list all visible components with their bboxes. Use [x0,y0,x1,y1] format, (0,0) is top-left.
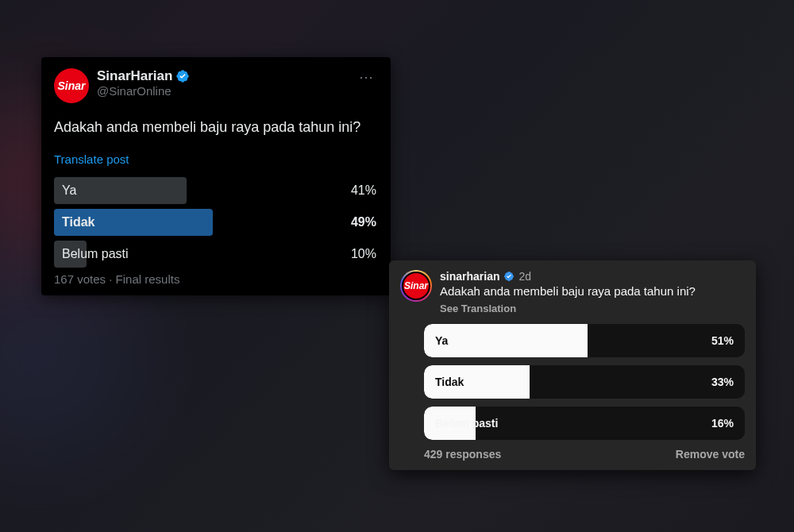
remove-vote-button[interactable]: Remove vote [676,448,745,461]
see-translation-link[interactable]: See Translation [440,303,745,314]
verified-badge-icon [503,271,515,282]
ig-timestamp: 2d [518,270,531,283]
x-poll-label: Ya [54,183,76,198]
translate-post-link[interactable]: Translate post [54,152,378,166]
ig-poll-bar [424,324,588,357]
x-poll-option[interactable]: Ya 41% [54,177,378,204]
x-poll-pct: 49% [351,215,378,229]
ig-story-ring-icon[interactable]: Sinar [400,270,432,302]
x-poll-option[interactable]: Tidak 49% [54,209,378,236]
ig-header: Sinar sinarharian 2d Adakah anda membeli… [400,270,745,314]
x-handle[interactable]: @SinarOnline [97,84,356,98]
x-poll: Ya 41% Tidak 49% Belum pasti 10% [54,177,378,268]
x-poll-option[interactable]: Belum pasti 10% [54,241,378,268]
x-post-card: Sinar SinarHarian @SinarOnline ⋯ Adakah … [41,57,391,295]
x-poll-meta: 167 votes · Final results [54,272,378,286]
ig-post-card: Sinar sinarharian 2d Adakah anda membeli… [389,260,756,470]
ig-poll-pct: 16% [711,417,745,430]
ig-poll-option[interactable]: Ya 51% [424,324,745,357]
x-post-text: Adakah anda membeli baju raya pada tahun… [54,118,378,137]
ig-poll-pct: 51% [711,334,745,347]
ig-poll-label: Ya [424,334,448,347]
x-poll-pct: 41% [351,183,378,198]
x-avatar[interactable]: Sinar [54,68,89,103]
ig-username[interactable]: sinarharian [440,270,499,283]
ig-poll: Ya 51% Tidak 33% Belum pasti 16% [400,324,745,440]
ig-poll-label: Tidak [424,376,464,388]
x-identity: SinarHarian @SinarOnline [97,68,356,98]
x-poll-label: Belum pasti [54,247,129,261]
ig-poll-option[interactable]: Belum pasti 16% [424,407,745,440]
ig-response-count: 429 responses [424,448,501,461]
ig-poll-label: Belum pasti [424,417,498,430]
ig-poll-option[interactable]: Tidak 33% [424,365,745,399]
x-vote-count: 167 votes [54,272,106,286]
verified-badge-icon [175,69,190,83]
more-options-button[interactable]: ⋯ [356,68,378,86]
ig-poll-pct: 33% [711,376,745,388]
x-header: Sinar SinarHarian @SinarOnline ⋯ [54,68,378,103]
ig-avatar: Sinar [402,272,430,300]
x-display-name[interactable]: SinarHarian [97,68,172,84]
x-poll-status: Final results [116,272,180,286]
x-poll-pct: 10% [351,247,378,261]
x-poll-label: Tidak [54,215,95,229]
ig-post-text: Adakah anda membeli baju raya pada tahun… [440,284,745,298]
